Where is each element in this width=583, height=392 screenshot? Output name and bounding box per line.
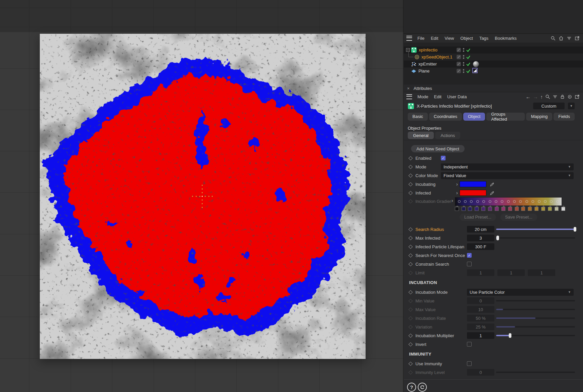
object-name[interactable]: xpEmitter — [418, 61, 437, 67]
chevron-right-icon[interactable]: › — [452, 198, 453, 203]
gradient-knot[interactable] — [538, 200, 541, 203]
enabled-check-icon[interactable] — [466, 55, 471, 59]
menu-bookmarks[interactable]: Bookmarks — [495, 36, 516, 41]
max-value-input[interactable]: 10 — [467, 306, 494, 313]
gradient-swatch[interactable] — [528, 207, 532, 211]
attr-menu-edit[interactable]: Edit — [434, 94, 442, 99]
gradient-swatch[interactable] — [475, 207, 479, 211]
enabled-check-icon[interactable] — [466, 48, 471, 52]
search-for-nearest-once-checkbox[interactable] — [467, 253, 472, 258]
max-infected-slider[interactable] — [496, 235, 575, 241]
tab-basic[interactable]: Basic — [408, 113, 428, 121]
gradient-knot[interactable] — [525, 200, 528, 203]
subtab-general[interactable]: General — [408, 132, 434, 139]
reset-icon[interactable] — [418, 383, 427, 392]
invert-checkbox[interactable] — [467, 342, 472, 347]
object-row-xpseedobject[interactable]: xpSeedObject.1 — [404, 53, 583, 60]
infected-color-swatch[interactable] — [460, 190, 486, 196]
open-panel-icon[interactable] — [575, 36, 580, 41]
add-new-seed-object-button[interactable]: Add New Seed Object — [411, 145, 465, 152]
open-panel-icon[interactable] — [575, 94, 580, 99]
use-immunity-checkbox[interactable] — [467, 361, 472, 366]
gradient-knot[interactable] — [519, 200, 522, 203]
attributes-panel-tab[interactable]: × Attributes — [404, 85, 583, 92]
layer-icon[interactable] — [456, 61, 461, 67]
filter-icon[interactable] — [567, 36, 572, 41]
lock-icon[interactable] — [560, 94, 565, 99]
menu-file[interactable]: File — [417, 36, 424, 41]
gradient-swatch[interactable] — [495, 207, 499, 211]
visibility-dots-icon[interactable] — [463, 47, 465, 52]
chevron-right-icon[interactable]: › — [456, 181, 458, 187]
gradient-knot[interactable] — [458, 200, 461, 203]
gradient-swatch[interactable] — [561, 207, 565, 211]
filter-icon[interactable] — [553, 94, 558, 99]
gradient-knot[interactable] — [489, 200, 491, 203]
gradient-knot[interactable] — [513, 200, 516, 203]
object-name[interactable]: xpSeedObject.1 — [421, 54, 453, 59]
incubation-rate-input[interactable]: 50 % — [467, 315, 494, 321]
incubation-multiplier-slider[interactable] — [496, 333, 575, 338]
phong-tag[interactable] — [472, 68, 478, 74]
gradient-swatch[interactable] — [481, 207, 485, 211]
incubation-gradient-bar[interactable] — [455, 197, 562, 206]
menu-edit[interactable]: Edit — [431, 36, 438, 41]
menu-view[interactable]: View — [445, 36, 454, 41]
chevron-right-icon[interactable]: › — [456, 190, 458, 195]
material-tag-sphere[interactable] — [472, 60, 479, 68]
incubating-color-swatch[interactable] — [460, 181, 486, 187]
attr-menu-userdata[interactable]: User Data — [447, 94, 467, 99]
help-icon[interactable]: ? — [407, 383, 416, 392]
layer-icon[interactable] — [456, 47, 461, 52]
hamburger-menu-icon[interactable] — [406, 94, 412, 99]
object-row-xpemitter[interactable]: xpEmitter — [404, 60, 583, 68]
enabled-check-icon[interactable] — [466, 62, 471, 67]
gradient-knot[interactable] — [550, 200, 553, 203]
mode-dropdown[interactable]: Independent▼ — [441, 163, 574, 170]
immunity-level-input[interactable]: 0 — [467, 369, 494, 376]
gradient-swatch[interactable] — [521, 207, 525, 211]
tab-fields[interactable]: Fields — [554, 113, 575, 121]
infected-particle-lifespan-input[interactable]: 300 F — [467, 243, 494, 250]
variation-input[interactable]: 25 % — [467, 323, 494, 330]
viewport-3d[interactable] — [0, 0, 403, 392]
object-row-xpinfectio[interactable]: − xpInfectio — [404, 46, 583, 53]
close-icon[interactable]: × — [407, 86, 410, 91]
object-name[interactable]: xpInfectio — [419, 47, 438, 52]
home-icon[interactable] — [559, 36, 564, 41]
visibility-dots-icon[interactable] — [463, 61, 465, 67]
color-mode-dropdown[interactable]: Fixed Value▼ — [441, 172, 574, 179]
layer-icon[interactable] — [456, 54, 461, 59]
layer-icon[interactable] — [456, 69, 461, 74]
visibility-dots-icon[interactable] — [463, 69, 465, 74]
gradient-swatch[interactable] — [515, 207, 519, 211]
back-arrow-icon[interactable]: ← — [526, 94, 531, 99]
gradient-knot[interactable] — [464, 200, 467, 203]
limit-y-input[interactable]: 1 — [497, 269, 525, 276]
gradient-knot[interactable] — [495, 200, 497, 203]
search-icon[interactable] — [545, 94, 550, 99]
gradient-swatch[interactable] — [468, 207, 472, 211]
search-radius-input[interactable]: 20 cm — [467, 226, 494, 233]
tab-groups-affected[interactable]: Groups Affected — [486, 113, 525, 121]
target-icon[interactable] — [567, 94, 572, 99]
gradient-swatch[interactable] — [541, 207, 545, 211]
preset-dropdown-arrow[interactable]: ▼ — [568, 103, 575, 109]
limit-z-input[interactable]: 1 — [528, 269, 555, 276]
gradient-knot[interactable] — [482, 200, 485, 203]
tab-object[interactable]: Object — [463, 113, 485, 121]
subtab-actions[interactable]: Actions — [435, 132, 460, 139]
menu-tags[interactable]: Tags — [479, 36, 488, 41]
visibility-dots-icon[interactable] — [463, 54, 465, 59]
gradient-knot[interactable] — [470, 200, 473, 203]
incubation-mode-dropdown[interactable]: Use Particle Color▼ — [467, 289, 574, 296]
gradient-knot[interactable] — [544, 200, 547, 203]
gradient-swatch[interactable] — [508, 207, 512, 211]
menu-object[interactable]: Object — [460, 36, 473, 41]
incubation-multiplier-input[interactable]: 1 — [467, 332, 494, 339]
enabled-check-icon[interactable] — [466, 69, 471, 74]
load-preset-button[interactable]: Load Preset... — [460, 214, 496, 221]
min-value-input[interactable]: 0 — [467, 297, 494, 304]
gradient-knot[interactable] — [556, 200, 559, 203]
eyedropper-icon[interactable] — [490, 182, 495, 187]
